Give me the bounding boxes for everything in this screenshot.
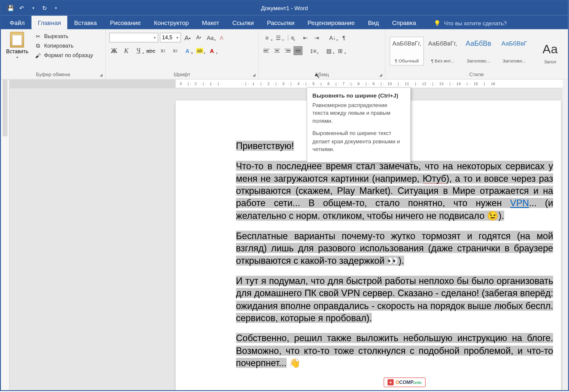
align-right-button[interactable]: [283, 46, 292, 55]
tab-design[interactable]: Конструктор: [148, 16, 195, 29]
brush-icon: 🖌: [35, 52, 42, 59]
line-spacing-button[interactable]: ‡≡: [308, 46, 318, 55]
group-paragraph: ≡ ☰ ⋮≡ ⇤ ⇥ A↓ ¶ ‡≡: [259, 29, 385, 79]
align-center-button[interactable]: [273, 46, 281, 55]
italic-button[interactable]: К: [121, 46, 131, 55]
tab-view[interactable]: Вид: [362, 16, 385, 29]
show-marks-button[interactable]: ¶: [339, 33, 349, 42]
group-label-styles: Стили: [389, 71, 564, 78]
style-heading1[interactable]: АаБбВвЗаголово...: [461, 37, 496, 65]
text-selection[interactable]: Собственно, решил также выложить небольш…: [236, 333, 553, 368]
increase-indent-button[interactable]: ⇥: [312, 33, 322, 42]
styles-gallery[interactable]: АаБбВвГг,¶ Обычный АаБбВвГг,¶ Без инт...…: [389, 36, 568, 66]
sort-button[interactable]: A↓: [328, 33, 337, 42]
numbering-button[interactable]: ☰: [274, 33, 283, 42]
subscript-button[interactable]: x2: [158, 46, 168, 55]
align-left-button[interactable]: [262, 46, 271, 55]
redo-icon[interactable]: ↻: [39, 3, 50, 13]
window-title: Документ1 - Word: [261, 5, 308, 11]
lightbulb-icon: 💡: [434, 20, 441, 27]
paste-button[interactable]: Вставить ▾: [4, 31, 30, 71]
shrink-font-button[interactable]: A▾: [194, 33, 203, 42]
dialog-launcher-icon[interactable]: ◢: [253, 73, 255, 77]
tab-review[interactable]: Рецензирование: [301, 16, 361, 29]
tab-insert[interactable]: Вставка: [68, 16, 103, 29]
bullets-button[interactable]: ≡: [262, 33, 272, 42]
group-label-clipboard: Буфер обмена◢: [4, 71, 102, 78]
save-icon[interactable]: 💾: [5, 3, 16, 13]
quick-access-toolbar: 💾 ↶ ▾ ↻ ▾: [1, 3, 61, 13]
multilevel-list-button[interactable]: ⋮≡: [285, 33, 294, 42]
strikethrough-button[interactable]: abc: [146, 46, 156, 55]
vertical-scrollbar[interactable]: [563, 79, 568, 390]
undo-dropdown-icon[interactable]: ▾: [28, 3, 38, 13]
horizontal-ruler[interactable]: 3·|·2·|·1·|· ·|·1·|·2·|·3·|·4·|·5·|·6·|·…: [10, 79, 563, 88]
superscript-button[interactable]: x2: [170, 46, 180, 55]
vertical-ruler[interactable]: [1, 79, 10, 390]
tooltip-text: Выровненный по ширине текст делает края …: [312, 129, 405, 153]
style-normal[interactable]: АаБбВвГг,¶ Обычный: [390, 37, 424, 65]
watermark-badge: + OCOMP.info: [384, 377, 426, 387]
tab-draw[interactable]: Рисование: [104, 16, 147, 29]
underline-button[interactable]: Ч: [134, 46, 143, 55]
tab-file[interactable]: Файл: [4, 16, 31, 29]
ribbon-tabs: Файл Главная Вставка Рисование Конструкт…: [1, 15, 568, 29]
font-size-combo[interactable]: 14,5▾: [160, 33, 181, 42]
group-styles: АаБбВвГг,¶ Обычный АаБбВвГг,¶ Без инт...…: [385, 29, 568, 79]
tooltip-text: Равномерное распределение текста между л…: [312, 101, 405, 125]
document-body[interactable]: Приветствую! Что-то в последнее время ст…: [176, 140, 561, 369]
style-no-spacing[interactable]: АаБбВвГг,¶ Без инт...: [426, 37, 460, 65]
highlight-button[interactable]: ab: [195, 46, 204, 55]
qat-customize-icon[interactable]: ▾: [51, 3, 61, 13]
tab-references[interactable]: Ссылки: [226, 16, 260, 29]
text-selection[interactable]: Бесплатные варианты почему-то жутко торм…: [236, 231, 553, 266]
tooltip-title: Выровнять по ширине (Ctrl+J): [312, 92, 405, 99]
dialog-launcher-icon[interactable]: ◢: [379, 73, 382, 77]
tell-me-search[interactable]: 💡 Что вы хотите сделать?: [432, 18, 509, 29]
style-heading2[interactable]: АаБбВвГЗаголово...: [497, 37, 532, 65]
style-more[interactable]: АаЗагол: [533, 37, 567, 65]
undo-icon[interactable]: ↶: [17, 3, 27, 13]
clear-formatting-button[interactable]: A: [217, 33, 226, 42]
clipboard-icon: [10, 32, 24, 48]
document-area: 3·|·2·|·1·|· ·|·1·|·2·|·3·|·4·|·5·|·6·|·…: [1, 79, 563, 390]
title-bar: 💾 ↶ ▾ ↻ ▾ Документ1 - Word: [1, 1, 568, 15]
change-case-button[interactable]: Aa: [205, 33, 215, 42]
text-selection[interactable]: Приветствую!: [236, 141, 294, 151]
copy-icon: ⧉: [35, 42, 42, 49]
group-label-paragraph: Абзац◢: [262, 71, 381, 78]
dialog-launcher-icon[interactable]: ◢: [100, 73, 103, 77]
vpn-link[interactable]: VPN: [510, 198, 529, 208]
justify-tooltip: Выровнять по ширине (Ctrl+J) Равномерное…: [307, 87, 411, 162]
text-effects-button[interactable]: A: [183, 46, 192, 55]
decrease-indent-button[interactable]: ⇤: [301, 33, 310, 42]
tab-home[interactable]: Главная: [32, 16, 67, 29]
group-font: ▾ 14,5▾ A▴ A▾ Aa A Ж К Ч abc x2 x2 A ab …: [106, 29, 258, 79]
cut-button[interactable]: ✂Вырезать: [33, 32, 95, 40]
scissors-icon: ✂: [35, 33, 42, 40]
grow-font-button[interactable]: A▴: [183, 33, 192, 42]
shading-button[interactable]: ▨: [324, 46, 334, 55]
tab-help[interactable]: Справка: [386, 16, 422, 29]
copy-button[interactable]: ⧉Копировать: [33, 42, 95, 50]
bold-button[interactable]: Ж: [109, 46, 119, 55]
borders-button[interactable]: ⊞: [336, 46, 345, 55]
group-clipboard: Вставить ▾ ✂Вырезать ⧉Копировать 🖌Формат…: [1, 29, 106, 79]
format-painter-button[interactable]: 🖌Формат по образцу: [33, 51, 95, 60]
justify-button[interactable]: [294, 46, 302, 55]
tab-mailings[interactable]: Рассылки: [261, 16, 300, 29]
font-name-combo[interactable]: ▾: [109, 33, 158, 42]
text-selection[interactable]: Что-то в последнее время стал замечать, …: [236, 161, 553, 220]
tab-layout[interactable]: Макет: [196, 16, 225, 29]
group-label-font: Шрифт◢: [109, 71, 255, 78]
text-selection[interactable]: И тут я подумал, что для быстрой работы …: [236, 276, 553, 323]
plus-icon: +: [388, 379, 394, 385]
ribbon: Вставить ▾ ✂Вырезать ⧉Копировать 🖌Формат…: [1, 29, 568, 79]
font-color-button[interactable]: A: [207, 46, 217, 55]
